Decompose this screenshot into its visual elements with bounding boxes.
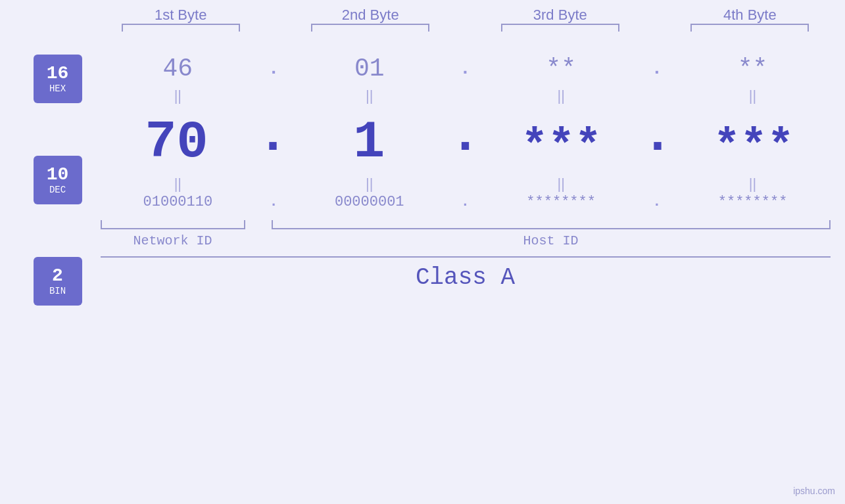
hex-b3-value: **: [546, 55, 576, 83]
bracket-labels: Network ID Host ID: [101, 233, 831, 248]
host-bracket: [272, 220, 831, 229]
dec-b1-cell: 70: [105, 112, 249, 172]
hex-badge-number: 16: [47, 64, 69, 84]
bin-badge: 2 BIN: [34, 257, 82, 306]
dec-b4-cell: ***: [681, 122, 826, 172]
eq1-b1: ||: [105, 87, 250, 104]
eq2-b2: ||: [297, 175, 442, 193]
byte4-header: 4th Byte: [677, 7, 822, 35]
hex-badge: 16 HEX: [34, 55, 82, 103]
main-data-area: 16 HEX 10 DEC 2 BIN 46 . 01: [15, 48, 831, 345]
main-container: 1st Byte 2nd Byte 3rd Byte 4th Byte 16 H…: [0, 0, 845, 504]
byte3-header: 3rd Byte: [488, 7, 633, 35]
dec-b4-value: ***: [713, 122, 794, 172]
bin-b4-value: ********: [718, 194, 788, 210]
byte1-header: 1st Byte: [109, 7, 253, 35]
hex-row: 46 . 01 . ** . **: [101, 55, 831, 83]
badges-column: 16 HEX 10 DEC 2 BIN: [15, 48, 101, 345]
eq1-b4: ||: [681, 87, 825, 104]
bin-row: 01000110 . 00000001 . ******** . *******…: [101, 194, 831, 210]
bin-badge-number: 2: [52, 266, 63, 286]
network-bracket: [101, 220, 245, 229]
bin-b3-value: ********: [526, 194, 596, 210]
dec-b3-cell: ***: [489, 122, 634, 172]
dec-dot2: .: [449, 106, 481, 172]
byte-headers: 1st Byte 2nd Byte 3rd Byte 4th Byte: [104, 7, 827, 35]
hex-b2-value: 01: [354, 55, 385, 83]
dec-row: 70 . 1 . *** . ***: [101, 106, 831, 172]
dec-b2-cell: 1: [297, 112, 441, 172]
equals-row-1: || || || ||: [101, 87, 831, 104]
byte2-header: 2nd Byte: [298, 7, 443, 35]
bin-b2-cell: 00000001: [297, 194, 442, 210]
bottom-brackets-row: [101, 220, 831, 229]
bin-b1-cell: 01000110: [105, 194, 250, 210]
dec-b3-value: ***: [521, 122, 602, 172]
bin-dot2: .: [452, 194, 478, 210]
dec-dot3: .: [642, 106, 673, 172]
hex-b4-cell: **: [681, 55, 825, 83]
bin-b4-cell: ********: [681, 194, 825, 210]
dec-b1-value: 70: [145, 112, 208, 172]
bin-b1-value: 01000110: [143, 194, 213, 210]
byte2-bracket: [311, 24, 429, 32]
watermark: ipshu.com: [793, 486, 835, 496]
bin-dot3: .: [644, 194, 670, 210]
dec-dot1: .: [257, 106, 289, 172]
hex-dot3: .: [644, 58, 670, 79]
eq1-b3: ||: [489, 87, 633, 104]
hex-b1-cell: 46: [105, 55, 250, 83]
eq2-b3: ||: [489, 175, 633, 193]
hex-b1-value: 46: [163, 55, 193, 83]
bin-badge-label: BIN: [49, 286, 66, 296]
network-id-label: Network ID: [101, 233, 245, 248]
hex-b3-cell: **: [489, 55, 633, 83]
bin-b3-cell: ********: [489, 194, 633, 210]
equals-row-2: || || || ||: [101, 175, 831, 193]
eq1-b2: ||: [297, 87, 442, 104]
dec-badge: 10 DEC: [34, 156, 82, 204]
bin-dot1: .: [260, 194, 287, 210]
eq2-b1: ||: [105, 175, 250, 193]
byte3-bracket: [501, 24, 619, 32]
byte4-bracket: [690, 24, 809, 32]
hex-b2-cell: 01: [297, 55, 442, 83]
dec-badge-number: 10: [47, 165, 69, 185]
dec-badge-label: DEC: [49, 185, 66, 195]
data-section: 46 . 01 . ** . ** || ||: [101, 48, 831, 345]
class-section: Class A: [101, 256, 831, 291]
eq2-b4: ||: [681, 175, 825, 193]
dec-b2-value: 1: [353, 112, 385, 172]
hex-dot2: .: [452, 58, 478, 79]
hex-badge-label: HEX: [49, 83, 66, 94]
hex-dot1: .: [260, 58, 287, 79]
bin-b2-value: 00000001: [335, 194, 404, 210]
hex-b4-value: **: [738, 55, 768, 83]
class-label: Class A: [416, 264, 515, 291]
byte1-bracket: [122, 24, 240, 32]
host-id-label: Host ID: [272, 233, 831, 248]
